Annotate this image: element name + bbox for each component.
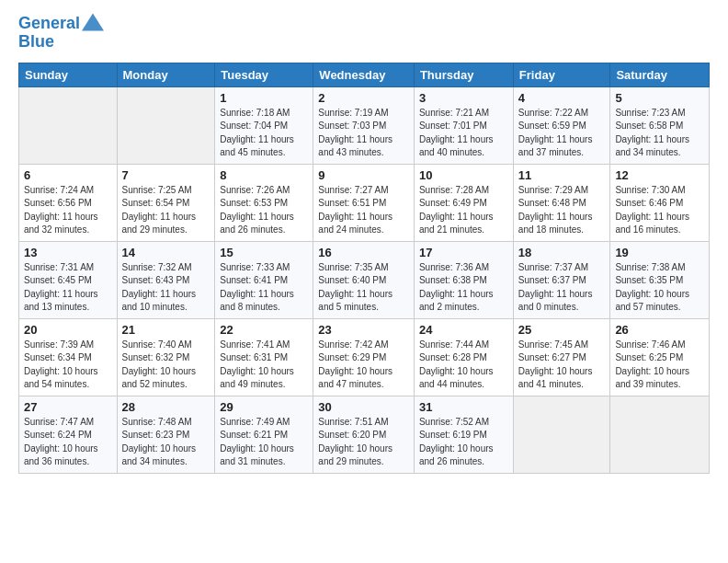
day-info: Sunrise: 7:19 AM Sunset: 7:03 PM Dayligh… — [318, 107, 409, 160]
calendar-cell: 26Sunrise: 7:46 AM Sunset: 6:25 PM Dayli… — [610, 318, 710, 396]
day-info: Sunrise: 7:41 AM Sunset: 6:31 PM Dayligh… — [220, 339, 308, 392]
calendar-cell: 3Sunrise: 7:21 AM Sunset: 7:01 PM Daylig… — [414, 86, 513, 164]
day-info: Sunrise: 7:21 AM Sunset: 7:01 PM Dayligh… — [419, 107, 508, 160]
logo-icon — [82, 13, 104, 31]
day-info: Sunrise: 7:25 AM Sunset: 6:54 PM Dayligh… — [122, 184, 210, 237]
calendar-cell: 23Sunrise: 7:42 AM Sunset: 6:29 PM Dayli… — [313, 318, 415, 396]
day-number: 18 — [518, 246, 606, 259]
day-number: 9 — [318, 168, 409, 182]
logo: General Blue — [18, 15, 104, 52]
calendar-cell — [610, 396, 710, 473]
calendar: SundayMondayTuesdayWednesdayThursdayFrid… — [18, 63, 710, 474]
calendar-cell: 18Sunrise: 7:37 AM Sunset: 6:37 PM Dayli… — [513, 241, 610, 318]
calendar-cell: 1Sunrise: 7:18 AM Sunset: 7:04 PM Daylig… — [215, 86, 313, 164]
calendar-cell: 16Sunrise: 7:35 AM Sunset: 6:40 PM Dayli… — [313, 241, 415, 318]
calendar-cell: 9Sunrise: 7:27 AM Sunset: 6:51 PM Daylig… — [313, 164, 415, 241]
weekday-header-sunday: Sunday — [19, 63, 118, 86]
calendar-week-2: 6Sunrise: 7:24 AM Sunset: 6:56 PM Daylig… — [19, 164, 710, 241]
day-info: Sunrise: 7:40 AM Sunset: 6:32 PM Dayligh… — [122, 339, 210, 392]
calendar-cell: 11Sunrise: 7:29 AM Sunset: 6:48 PM Dayli… — [513, 164, 610, 241]
day-number: 10 — [419, 168, 508, 182]
day-number: 19 — [615, 246, 704, 259]
day-info: Sunrise: 7:49 AM Sunset: 6:21 PM Dayligh… — [220, 416, 308, 469]
calendar-cell: 2Sunrise: 7:19 AM Sunset: 7:03 PM Daylig… — [313, 86, 415, 164]
day-number: 15 — [220, 246, 308, 259]
day-number: 8 — [220, 168, 308, 182]
day-info: Sunrise: 7:32 AM Sunset: 6:43 PM Dayligh… — [122, 261, 210, 315]
calendar-cell: 29Sunrise: 7:49 AM Sunset: 6:21 PM Dayli… — [215, 396, 313, 473]
calendar-cell: 17Sunrise: 7:36 AM Sunset: 6:38 PM Dayli… — [414, 241, 513, 318]
logo-text: General — [18, 15, 80, 33]
day-number: 4 — [518, 91, 606, 105]
calendar-week-3: 13Sunrise: 7:31 AM Sunset: 6:45 PM Dayli… — [19, 241, 710, 318]
calendar-cell: 13Sunrise: 7:31 AM Sunset: 6:45 PM Dayli… — [19, 241, 118, 318]
weekday-header-monday: Monday — [117, 63, 215, 86]
day-number: 1 — [220, 91, 308, 105]
calendar-cell: 14Sunrise: 7:32 AM Sunset: 6:43 PM Dayli… — [117, 241, 215, 318]
day-number: 3 — [419, 91, 508, 105]
day-number: 26 — [615, 323, 704, 337]
calendar-cell: 28Sunrise: 7:48 AM Sunset: 6:23 PM Dayli… — [117, 396, 215, 473]
day-info: Sunrise: 7:47 AM Sunset: 6:24 PM Dayligh… — [24, 416, 112, 469]
calendar-cell: 24Sunrise: 7:44 AM Sunset: 6:28 PM Dayli… — [414, 318, 513, 396]
calendar-cell: 22Sunrise: 7:41 AM Sunset: 6:31 PM Dayli… — [215, 318, 313, 396]
header: General Blue — [18, 15, 710, 52]
day-number: 29 — [220, 400, 308, 414]
calendar-cell: 12Sunrise: 7:30 AM Sunset: 6:46 PM Dayli… — [610, 164, 710, 241]
day-number: 6 — [24, 168, 112, 182]
calendar-week-1: 1Sunrise: 7:18 AM Sunset: 7:04 PM Daylig… — [19, 86, 710, 164]
weekday-header-thursday: Thursday — [414, 63, 513, 86]
day-info: Sunrise: 7:31 AM Sunset: 6:45 PM Dayligh… — [24, 261, 112, 315]
calendar-cell: 30Sunrise: 7:51 AM Sunset: 6:20 PM Dayli… — [313, 396, 415, 473]
weekday-header-tuesday: Tuesday — [215, 63, 313, 86]
day-info: Sunrise: 7:24 AM Sunset: 6:56 PM Dayligh… — [24, 184, 112, 237]
day-info: Sunrise: 7:28 AM Sunset: 6:49 PM Dayligh… — [419, 184, 508, 237]
day-number: 22 — [220, 323, 308, 337]
calendar-cell: 31Sunrise: 7:52 AM Sunset: 6:19 PM Dayli… — [414, 396, 513, 473]
day-info: Sunrise: 7:51 AM Sunset: 6:20 PM Dayligh… — [318, 416, 409, 469]
calendar-cell — [19, 86, 118, 164]
calendar-cell: 7Sunrise: 7:25 AM Sunset: 6:54 PM Daylig… — [117, 164, 215, 241]
day-info: Sunrise: 7:52 AM Sunset: 6:19 PM Dayligh… — [419, 416, 508, 469]
day-info: Sunrise: 7:36 AM Sunset: 6:38 PM Dayligh… — [419, 261, 508, 315]
day-number: 5 — [615, 91, 704, 105]
day-info: Sunrise: 7:46 AM Sunset: 6:25 PM Dayligh… — [615, 339, 704, 392]
day-info: Sunrise: 7:22 AM Sunset: 6:59 PM Dayligh… — [518, 107, 606, 160]
calendar-cell: 5Sunrise: 7:23 AM Sunset: 6:58 PM Daylig… — [610, 86, 710, 164]
day-info: Sunrise: 7:27 AM Sunset: 6:51 PM Dayligh… — [318, 184, 409, 237]
day-number: 7 — [122, 168, 210, 182]
calendar-cell — [117, 86, 215, 164]
weekday-header-wednesday: Wednesday — [313, 63, 415, 86]
calendar-cell: 19Sunrise: 7:38 AM Sunset: 6:35 PM Dayli… — [610, 241, 710, 318]
day-info: Sunrise: 7:33 AM Sunset: 6:41 PM Dayligh… — [220, 261, 308, 315]
day-info: Sunrise: 7:38 AM Sunset: 6:35 PM Dayligh… — [615, 261, 704, 315]
day-info: Sunrise: 7:29 AM Sunset: 6:48 PM Dayligh… — [518, 184, 606, 237]
calendar-cell: 20Sunrise: 7:39 AM Sunset: 6:34 PM Dayli… — [19, 318, 118, 396]
day-number: 20 — [24, 323, 112, 337]
day-info: Sunrise: 7:39 AM Sunset: 6:34 PM Dayligh… — [24, 339, 112, 392]
calendar-cell: 15Sunrise: 7:33 AM Sunset: 6:41 PM Dayli… — [215, 241, 313, 318]
page: General Blue SundayMondayTuesdayWednesda… — [0, 0, 728, 563]
calendar-week-4: 20Sunrise: 7:39 AM Sunset: 6:34 PM Dayli… — [19, 318, 710, 396]
calendar-cell: 10Sunrise: 7:28 AM Sunset: 6:49 PM Dayli… — [414, 164, 513, 241]
day-info: Sunrise: 7:48 AM Sunset: 6:23 PM Dayligh… — [122, 416, 210, 469]
day-number: 13 — [24, 246, 112, 259]
calendar-header-row: SundayMondayTuesdayWednesdayThursdayFrid… — [19, 63, 710, 86]
svg-marker-0 — [82, 13, 104, 30]
day-number: 17 — [419, 246, 508, 259]
day-info: Sunrise: 7:42 AM Sunset: 6:29 PM Dayligh… — [318, 339, 409, 392]
day-info: Sunrise: 7:26 AM Sunset: 6:53 PM Dayligh… — [220, 184, 308, 237]
day-number: 25 — [518, 323, 606, 337]
day-number: 21 — [122, 323, 210, 337]
day-number: 14 — [122, 246, 210, 259]
day-number: 16 — [318, 246, 409, 259]
day-info: Sunrise: 7:44 AM Sunset: 6:28 PM Dayligh… — [419, 339, 508, 392]
calendar-week-5: 27Sunrise: 7:47 AM Sunset: 6:24 PM Dayli… — [19, 396, 710, 473]
weekday-header-friday: Friday — [513, 63, 610, 86]
logo-blue: Blue — [18, 33, 104, 52]
calendar-cell: 4Sunrise: 7:22 AM Sunset: 6:59 PM Daylig… — [513, 86, 610, 164]
day-number: 30 — [318, 400, 409, 414]
day-number: 12 — [615, 168, 704, 182]
day-info: Sunrise: 7:18 AM Sunset: 7:04 PM Dayligh… — [220, 107, 308, 160]
day-number: 2 — [318, 91, 409, 105]
